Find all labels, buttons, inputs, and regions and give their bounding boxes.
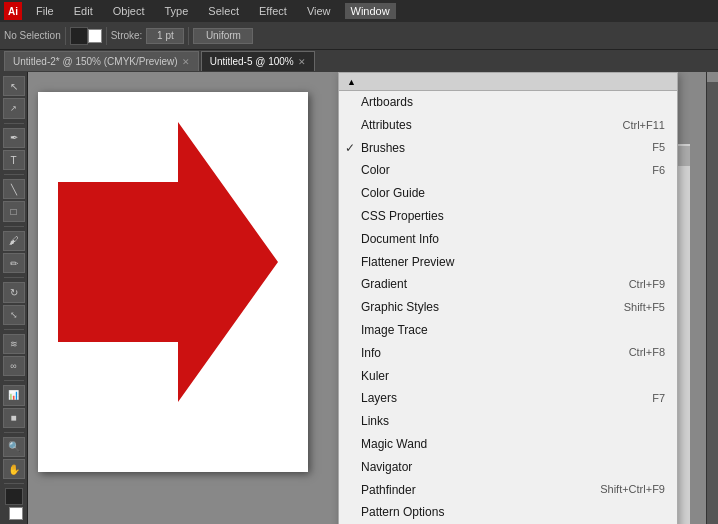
menu-select[interactable]: Select (202, 3, 245, 19)
menu-item-brushes[interactable]: ✓ Brushes F5 (339, 137, 677, 160)
menu-item-info[interactable]: Info Ctrl+F8 (339, 342, 677, 365)
app-icon: Ai (4, 2, 22, 20)
uniform-dropdown[interactable]: Uniform (193, 28, 253, 44)
shortcut-pathfinder: Shift+Ctrl+F9 (600, 482, 665, 497)
menu-item-kuler[interactable]: Kuler (339, 365, 677, 388)
graph-tool[interactable]: 📊 (3, 385, 25, 405)
line-tool[interactable]: ╲ (3, 179, 25, 199)
right-panel (706, 72, 718, 524)
menu-view[interactable]: View (301, 3, 337, 19)
select-tool[interactable]: ↖ (3, 76, 25, 96)
tool-sep-2 (4, 174, 24, 175)
workspace: ↖ ↗ ✒ T ╲ □ 🖌 ✏ ↻ ⤡ ≋ ∞ 📊 ■ 🔍 ✋ (0, 72, 718, 524)
shape-tool[interactable]: □ (3, 201, 25, 221)
tab-close-5[interactable]: ✕ (298, 57, 306, 67)
pen-tool[interactable]: ✒ (3, 128, 25, 148)
stroke-label: Stroke: (111, 30, 143, 41)
menu-item-attributes[interactable]: Attributes Ctrl+F11 (339, 114, 677, 137)
rotate-tool[interactable]: ↻ (3, 282, 25, 302)
stroke-color-swatch[interactable] (9, 507, 23, 520)
menu-item-document-info[interactable]: Document Info (339, 228, 677, 251)
blend-tool[interactable]: ∞ (3, 356, 25, 376)
tab-close-2[interactable]: ✕ (182, 57, 190, 67)
menu-item-image-trace[interactable]: Image Trace (339, 319, 677, 342)
shortcut-graphic-styles: Shift+F5 (624, 300, 665, 315)
tool-sep-4 (4, 277, 24, 278)
window-dropdown-menu: ▲ Artboards Attributes Ctrl+F11 ✓ Brushe… (338, 72, 678, 524)
tool-sep-6 (4, 380, 24, 381)
dropdown-header: ▲ (339, 73, 677, 91)
right-panel-top (707, 72, 718, 82)
menu-type[interactable]: Type (159, 3, 195, 19)
fill-swatch[interactable] (70, 27, 88, 45)
menu-item-css-properties[interactable]: CSS Properties (339, 205, 677, 228)
scrollbar-thumb[interactable] (678, 146, 690, 166)
menu-bar: Ai File Edit Object Type Select Effect V… (0, 0, 718, 22)
tool-sep-8 (4, 483, 24, 484)
menu-item-magic-wand[interactable]: Magic Wand (339, 433, 677, 456)
dropdown-scrollbar[interactable] (676, 144, 690, 524)
menu-item-artboards[interactable]: Artboards (339, 91, 677, 114)
svg-marker-0 (58, 122, 278, 402)
menu-object[interactable]: Object (107, 3, 151, 19)
menu-item-links[interactable]: Links (339, 410, 677, 433)
toolbar: No Selection Stroke: Uniform (0, 22, 718, 50)
tool-sep-5 (4, 329, 24, 330)
check-brushes: ✓ (345, 140, 355, 157)
menu-item-navigator[interactable]: Navigator (339, 456, 677, 479)
shortcut-info: Ctrl+F8 (629, 345, 665, 360)
dropdown-triangle: ▲ (347, 77, 356, 87)
menu-item-color[interactable]: Color F6 (339, 159, 677, 182)
tools-panel: ↖ ↗ ✒ T ╲ □ 🖌 ✏ ↻ ⤡ ≋ ∞ 📊 ■ 🔍 ✋ (0, 72, 28, 524)
canvas-area: ▲ Artboards Attributes Ctrl+F11 ✓ Brushe… (28, 72, 706, 524)
tab-untitled-2[interactable]: Untitled-2* @ 150% (CMYK/Preview) ✕ (4, 51, 199, 71)
menu-item-pattern-options[interactable]: Pattern Options (339, 501, 677, 524)
toolbar-separator-1 (65, 27, 66, 45)
menu-edit[interactable]: Edit (68, 3, 99, 19)
scale-tool[interactable]: ⤡ (3, 305, 25, 325)
gradient-tool[interactable]: ■ (3, 408, 25, 428)
menu-item-pathfinder[interactable]: Pathfinder Shift+Ctrl+F9 (339, 479, 677, 502)
toolbar-separator-3 (188, 27, 189, 45)
shortcut-gradient: Ctrl+F9 (629, 277, 665, 292)
shortcut-brushes: F5 (652, 140, 665, 155)
menu-item-gradient[interactable]: Gradient Ctrl+F9 (339, 273, 677, 296)
text-tool[interactable]: T (3, 150, 25, 170)
tabs-bar: Untitled-2* @ 150% (CMYK/Preview) ✕ Unti… (0, 50, 718, 72)
menu-window[interactable]: Window (345, 3, 396, 19)
toolbar-separator-2 (106, 27, 107, 45)
arrow-graphic (48, 102, 288, 442)
menu-item-color-guide[interactable]: Color Guide (339, 182, 677, 205)
shortcut-attributes: Ctrl+F11 (623, 118, 666, 133)
shortcut-layers: F7 (652, 391, 665, 406)
no-selection-label: No Selection (4, 30, 61, 41)
tool-sep-3 (4, 226, 24, 227)
shortcut-color: F6 (652, 163, 665, 178)
paintbrush-tool[interactable]: 🖌 (3, 231, 25, 251)
tool-sep-1 (4, 123, 24, 124)
zoom-tool[interactable]: 🔍 (3, 437, 25, 457)
direct-select-tool[interactable]: ↗ (3, 98, 25, 118)
tab-untitled-5[interactable]: Untitled-5 @ 100% ✕ (201, 51, 315, 71)
pencil-tool[interactable]: ✏ (3, 253, 25, 273)
fill-color-swatch[interactable] (5, 488, 23, 505)
stroke-value-input[interactable] (146, 28, 184, 44)
menu-file[interactable]: File (30, 3, 60, 19)
hand-tool[interactable]: ✋ (3, 459, 25, 479)
warp-tool[interactable]: ≋ (3, 334, 25, 354)
tool-sep-7 (4, 432, 24, 433)
menu-item-layers[interactable]: Layers F7 (339, 387, 677, 410)
menu-item-graphic-styles[interactable]: Graphic Styles Shift+F5 (339, 296, 677, 319)
canvas-white (38, 92, 308, 472)
menu-item-flattener-preview[interactable]: Flattener Preview (339, 251, 677, 274)
stroke-swatch[interactable] (88, 29, 102, 43)
menu-effect[interactable]: Effect (253, 3, 293, 19)
